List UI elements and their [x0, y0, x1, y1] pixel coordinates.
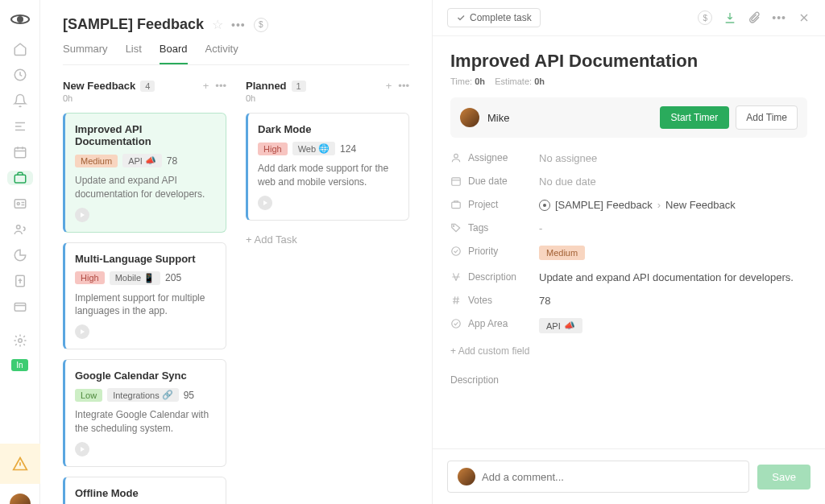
star-icon[interactable]: ☆ [212, 17, 223, 32]
complete-task-button[interactable]: Complete task [447, 8, 541, 27]
svg-rect-7 [15, 304, 26, 312]
column-hours: 0h [246, 93, 409, 103]
votes-count: 205 [165, 272, 181, 283]
task-card[interactable]: Offline ModeHighMobile 📱142Allow users t… [63, 477, 226, 504]
due-date-value[interactable]: No due date [539, 176, 596, 188]
bell-icon[interactable] [12, 93, 28, 108]
svg-point-4 [17, 203, 19, 205]
time-estimate-line: Time: 0h Estimate: 0h [450, 76, 807, 86]
gear-icon[interactable] [12, 333, 28, 348]
area-value[interactable]: API📣 [539, 318, 582, 333]
area-tag: Web 🌐 [292, 142, 335, 155]
area-tag: Mobile 📱 [110, 271, 160, 285]
task-detail-panel: Complete task $ ••• Improved API Documen… [432, 0, 825, 504]
briefcase-icon[interactable] [7, 171, 33, 185]
id-icon[interactable] [12, 196, 28, 211]
app-logo[interactable] [10, 14, 30, 24]
calendar-icon[interactable] [12, 145, 28, 159]
votes-value[interactable]: 78 [539, 295, 550, 307]
wallet-icon[interactable] [12, 300, 28, 314]
user-avatar[interactable] [0, 484, 40, 504]
add-custom-field[interactable]: + Add custom field [450, 345, 529, 357]
dollar-badge[interactable]: $ [254, 18, 268, 32]
due-date-label: Due date [450, 176, 539, 187]
column-more-icon[interactable]: ••• [398, 80, 409, 92]
download-icon[interactable] [723, 11, 736, 24]
description-section-heading: Description [450, 374, 807, 386]
area-tag: Integrations 🔗 [107, 388, 178, 402]
task-card[interactable]: Dark ModeHighWeb 🌐124Add dark mode suppo… [246, 113, 409, 221]
tags-value[interactable]: - [539, 222, 542, 234]
list-icon[interactable] [12, 119, 28, 134]
area-tag: API 📣 [122, 154, 162, 167]
card-title: Google Calendar Sync [75, 370, 216, 382]
card-description: Integrate Google Calendar with the sched… [75, 408, 216, 436]
save-button[interactable]: Save [757, 465, 810, 490]
sidebar: In [0, 0, 40, 504]
play-icon[interactable] [75, 208, 89, 222]
column-count: 1 [292, 81, 306, 92]
add-task-button[interactable]: + Add Task [246, 230, 409, 249]
priority-value[interactable]: Medium [539, 246, 585, 260]
start-timer-button[interactable]: Start Timer [660, 106, 730, 129]
priority-tag: High [75, 271, 105, 284]
task-card[interactable]: Improved API DocumentationMediumAPI 📣78U… [63, 113, 226, 233]
column-more-icon[interactable]: ••• [215, 80, 226, 92]
main-board: [SAMPLE] Feedback ☆ ••• $ SummaryListBoa… [40, 0, 432, 504]
svg-point-5 [16, 225, 20, 229]
tab-summary[interactable]: Summary [63, 43, 108, 64]
card-description: Implement support for multiple languages… [75, 291, 216, 319]
column: Planned1+•••0hDark ModeHighWeb 🌐124Add d… [246, 80, 409, 504]
tab-list[interactable]: List [126, 43, 142, 64]
svg-rect-2 [15, 175, 26, 183]
comment-input[interactable] [482, 471, 739, 483]
project-label: Project [450, 199, 539, 210]
tags-label: Tags [450, 222, 539, 233]
tab-activity[interactable]: Activity [205, 43, 238, 64]
comment-input-wrapper [447, 461, 749, 493]
comment-avatar [458, 468, 475, 485]
description-label: Description [450, 271, 539, 283]
users-icon[interactable] [12, 222, 28, 237]
svg-rect-1 [15, 148, 26, 158]
detail-toolbar: Complete task $ ••• [433, 0, 825, 36]
in-badge[interactable]: In [11, 359, 27, 371]
comment-bar: Save [433, 448, 825, 504]
votes-count: 124 [340, 143, 356, 155]
task-card[interactable]: Multi-Language SupportHighMobile 📱205Imp… [63, 242, 226, 350]
invoice-icon[interactable] [12, 274, 28, 288]
svg-point-8 [18, 339, 22, 343]
add-icon[interactable]: + [386, 80, 392, 92]
assignee-avatar[interactable] [460, 108, 479, 127]
home-icon[interactable] [12, 42, 28, 56]
add-icon[interactable]: + [203, 80, 209, 92]
clock-icon[interactable] [12, 68, 28, 82]
play-icon[interactable] [75, 324, 89, 339]
description-value[interactable]: Update and expand API documentation for … [539, 271, 794, 283]
card-title: Dark Mode [258, 123, 399, 135]
column-count: 4 [140, 81, 155, 92]
votes-count: 78 [167, 155, 177, 167]
close-icon[interactable] [798, 11, 810, 24]
play-icon[interactable] [75, 442, 89, 456]
warning-icon[interactable] [0, 444, 40, 484]
column: New Feedback4+•••0hImproved API Document… [63, 80, 226, 504]
page-header: [SAMPLE] Feedback ☆ ••• $ [63, 16, 409, 33]
tab-board[interactable]: Board [160, 43, 188, 64]
complete-task-label: Complete task [470, 12, 532, 23]
dollar-badge-icon[interactable]: $ [698, 10, 712, 25]
detail-title: Improved API Documentation [450, 51, 807, 72]
add-time-button[interactable]: Add Time [736, 105, 798, 130]
votes-count: 95 [184, 390, 194, 401]
target-icon [539, 200, 550, 211]
more-icon[interactable]: ••• [231, 19, 246, 31]
detail-more-icon[interactable]: ••• [772, 11, 786, 24]
task-card[interactable]: Google Calendar SyncLowIntegrations 🔗95I… [63, 359, 226, 467]
attachment-icon[interactable] [748, 11, 761, 24]
card-title: Offline Mode [75, 487, 216, 499]
project-value[interactable]: [SAMPLE] Feedback › New Feedback [539, 199, 736, 211]
assignee-value[interactable]: No assignee [539, 152, 597, 164]
svg-point-9 [454, 154, 458, 158]
play-icon[interactable] [258, 196, 272, 210]
pie-icon[interactable] [12, 248, 28, 262]
